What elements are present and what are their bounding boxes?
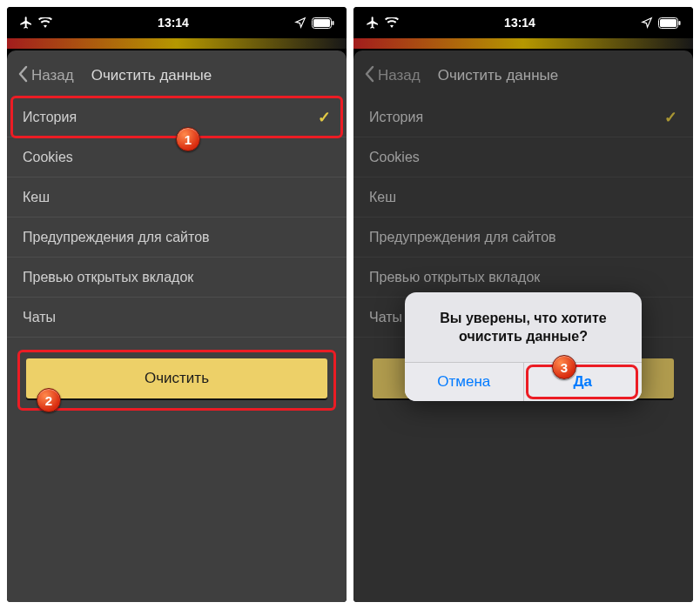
wifi-icon [385,17,399,28]
row-label: Кеш [23,190,50,205]
row-label: Чаты [23,310,56,325]
row-label: Предупреждения для сайтов [23,230,210,245]
clear-button[interactable]: Очистить [26,358,327,398]
back-label: Назад [31,67,74,84]
battery-icon [312,17,334,29]
alert-confirm-label: Да [573,373,592,391]
phone-left: 13:14 Назад Очистить данные История ✓ [7,7,347,602]
row-warnings[interactable]: Предупреждения для сайтов [7,218,347,258]
alert-line-2: очистить данные? [459,329,588,344]
svg-rect-5 [679,21,681,25]
header-strip [7,38,347,49]
location-icon [294,17,306,29]
settings-sheet: Назад Очистить данные История ✓ Cookies … [7,50,347,602]
alert-cancel-button[interactable]: Отмена [405,363,523,401]
annotation-number-3: 3 [552,355,576,379]
airplane-icon [19,16,33,30]
wifi-icon [38,17,52,28]
svg-rect-4 [660,19,676,27]
status-bar: 13:14 [353,7,693,38]
status-time: 13:14 [158,16,189,30]
chevron-left-icon [17,65,28,87]
location-icon [641,17,653,29]
airplane-icon [366,16,380,30]
row-label: Превью открытых вкладок [23,270,193,285]
row-previews[interactable]: Превью открытых вкладок [7,258,347,298]
svg-rect-2 [333,21,334,25]
phone-right: 13:14 Назад Очистить данные История ✓ [353,7,693,602]
row-label: Cookies [23,150,73,165]
header-strip [353,38,693,49]
row-history[interactable]: История ✓ [7,97,347,137]
annotation-number-2: 2 [37,388,61,412]
row-chats[interactable]: Чаты [7,298,347,338]
page-title: Очистить данные [91,67,336,84]
svg-rect-1 [313,19,330,27]
check-icon: ✓ [318,108,331,127]
row-label: История [23,110,77,125]
status-time: 13:14 [504,16,535,30]
status-bar: 13:14 [7,7,347,38]
back-button[interactable]: Назад [17,65,74,87]
alert-confirm-button[interactable]: Да [523,363,643,401]
battery-icon [658,17,681,29]
alert-message: Вы уверены, что хотите очистить данные? [405,292,642,362]
row-cache[interactable]: Кеш [7,177,347,218]
annotation-number-1: 1 [176,127,200,151]
settings-sheet: Назад Очистить данные История ✓ Cookies … [353,50,693,602]
alert-line-1: Вы уверены, что хотите [440,311,606,325]
confirm-alert: Вы уверены, что хотите очистить данные? … [405,292,642,401]
